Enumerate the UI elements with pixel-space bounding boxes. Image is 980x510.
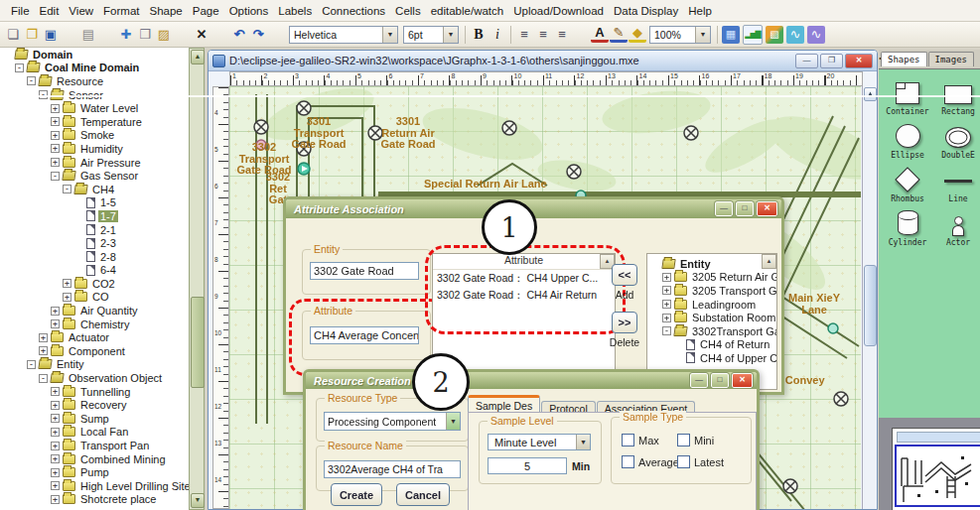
tree-item[interactable]: 2-1 (0, 223, 189, 237)
tree-item[interactable]: - Gas Sensor (0, 169, 189, 183)
tree-item[interactable]: + Transport Pan (0, 439, 189, 452)
sep[interactable] (61, 26, 78, 44)
tree-toggle-icon[interactable]: + (39, 346, 48, 355)
font-family-combo[interactable]: Helvetica ▼ (289, 26, 398, 44)
tree-item[interactable]: + High Level Drilling Site (0, 479, 189, 493)
tree-item[interactable]: 6-4 (0, 264, 189, 278)
align-center-icon[interactable]: ≡ (534, 26, 552, 44)
tree-item[interactable]: + Leadingroom (647, 298, 776, 312)
resource-type-combo[interactable]: Processing Component ▼ (324, 412, 461, 431)
plus-icon[interactable]: ✚ (117, 26, 135, 44)
sample-interval-field[interactable]: 5 (488, 457, 567, 474)
tree-toggle-icon[interactable]: - (15, 64, 24, 72)
maximize-button[interactable]: □ (711, 373, 729, 388)
tree-toggle-icon[interactable]: - (39, 90, 48, 99)
tree-item[interactable]: + Substation Room (647, 311, 776, 324)
scrollbar-thumb[interactable] (191, 297, 205, 388)
tab-images[interactable]: Images (928, 52, 975, 66)
tree-toggle-icon[interactable]: + (51, 428, 60, 437)
tree-toggle-icon[interactable]: + (662, 286, 671, 295)
menu-item[interactable]: Shape (145, 3, 188, 19)
tree-toggle-icon[interactable]: + (662, 273, 671, 282)
align-left-icon[interactable]: ≡ (515, 26, 533, 44)
checkbox-max[interactable]: Max (622, 434, 659, 446)
tree-item[interactable]: + Actuator (0, 330, 189, 344)
tree-item[interactable]: + Pump (0, 465, 189, 479)
create-button[interactable]: Create (331, 483, 382, 506)
tree-toggle-icon[interactable] (650, 259, 659, 268)
tree-item[interactable]: + Air Quantity (0, 304, 189, 318)
scrollbar-thumb[interactable] (864, 265, 877, 346)
shape-item[interactable]: Rectang (932, 75, 980, 116)
tree-item[interactable]: - CH4 (0, 183, 189, 196)
grid-icon[interactable]: ▦ (722, 26, 740, 44)
tree-item[interactable]: + CO (0, 291, 189, 305)
add-attribute-button[interactable]: << (612, 264, 637, 286)
tree-item[interactable]: + CO2 (0, 277, 189, 291)
tree-toggle-icon[interactable]: + (51, 158, 60, 167)
checkbox-mini[interactable]: Mini (677, 434, 714, 446)
delete-attribute-button[interactable]: >> (612, 312, 637, 333)
wave-icon[interactable]: ∿ (786, 26, 804, 44)
tree-toggle-icon[interactable]: + (51, 414, 60, 423)
tree-item[interactable]: - Sensor (0, 88, 189, 102)
menu-item[interactable]: Labels (273, 3, 317, 19)
copy-icon[interactable]: ❒ (136, 26, 154, 44)
tree-item[interactable]: + Combined Mining (0, 452, 189, 466)
tree-toggle-icon[interactable] (74, 225, 83, 234)
close-button[interactable]: ✕ (845, 54, 873, 68)
checkbox-average[interactable]: Average (622, 455, 679, 468)
tree-item[interactable]: Entity (647, 257, 776, 271)
tree-toggle-icon[interactable]: + (51, 117, 60, 126)
tree-toggle-icon[interactable]: - (63, 185, 71, 193)
tree-item[interactable]: - Coal Mine Domain (0, 62, 189, 75)
tree-item[interactable]: + 3205 Transport Ga (647, 284, 776, 298)
maximize-button[interactable]: □ (736, 201, 754, 216)
tree-item[interactable]: 2-8 (0, 250, 189, 264)
chart-icon[interactable]: ▂▅▇ (743, 25, 763, 45)
fill-color-icon[interactable]: ◆ (629, 27, 646, 43)
tab-shapes[interactable]: Shapes (881, 52, 927, 66)
menu-item[interactable]: Edit (35, 3, 65, 19)
align-right-icon[interactable]: ≡ (553, 26, 571, 44)
chevron-down-icon[interactable]: ▼ (382, 27, 397, 43)
shape-item[interactable]: Actor (932, 206, 980, 247)
tree-item[interactable]: - 3302Transport Ga (647, 324, 776, 338)
print-icon[interactable]: ▤ (79, 26, 97, 44)
tree-toggle-icon[interactable]: + (51, 442, 60, 450)
image-icon[interactable]: ▧ (766, 26, 783, 44)
paste-icon[interactable]: ▨ (155, 26, 173, 44)
tree-toggle-icon[interactable]: + (51, 307, 60, 316)
tree-item[interactable]: 2-3 (0, 236, 189, 250)
tree-toggle-icon[interactable]: + (51, 481, 60, 490)
chevron-down-icon[interactable]: ▼ (695, 27, 710, 43)
scroll-up-icon[interactable]: ▲ (864, 87, 877, 101)
menu-item[interactable]: File (6, 3, 35, 19)
tree-item[interactable]: + Smoke (0, 129, 189, 143)
tree-toggle-icon[interactable]: + (51, 104, 60, 113)
menu-item[interactable]: View (64, 3, 98, 19)
scroll-up-icon[interactable]: ▲ (762, 254, 776, 269)
tree-toggle-icon[interactable]: - (662, 326, 671, 335)
tree-item[interactable]: 1-7 (0, 209, 189, 223)
tree-item[interactable]: CH4 of Return (647, 338, 776, 352)
shape-item[interactable]: Container (883, 75, 932, 116)
menu-item[interactable]: Help (683, 3, 717, 19)
canvas-scrollbar[interactable]: ▲ (862, 86, 877, 509)
tree-toggle-icon[interactable] (74, 252, 83, 261)
chevron-down-icon[interactable]: ▼ (576, 435, 590, 449)
sample-level-combo[interactable]: Minute Level ▼ (488, 434, 591, 450)
sep[interactable] (268, 26, 286, 44)
italic-button[interactable]: i (489, 26, 506, 44)
open-icon[interactable]: ❐ (23, 26, 41, 44)
font-color-icon[interactable]: A (591, 27, 609, 43)
tree-item[interactable]: + Humidity (0, 142, 189, 156)
tree-toggle-icon[interactable] (74, 266, 83, 275)
tree-item[interactable]: - Observation Object (0, 371, 189, 385)
menu-item[interactable]: Cells (390, 3, 426, 19)
minimize-button[interactable]: — (795, 54, 818, 68)
tree-item[interactable]: CH4 of Upper C (647, 351, 776, 365)
tab-sample-des[interactable]: Sample Des (468, 395, 540, 413)
save-icon[interactable]: ▣ (42, 26, 60, 44)
curve-icon[interactable]: ∿ (807, 26, 825, 44)
